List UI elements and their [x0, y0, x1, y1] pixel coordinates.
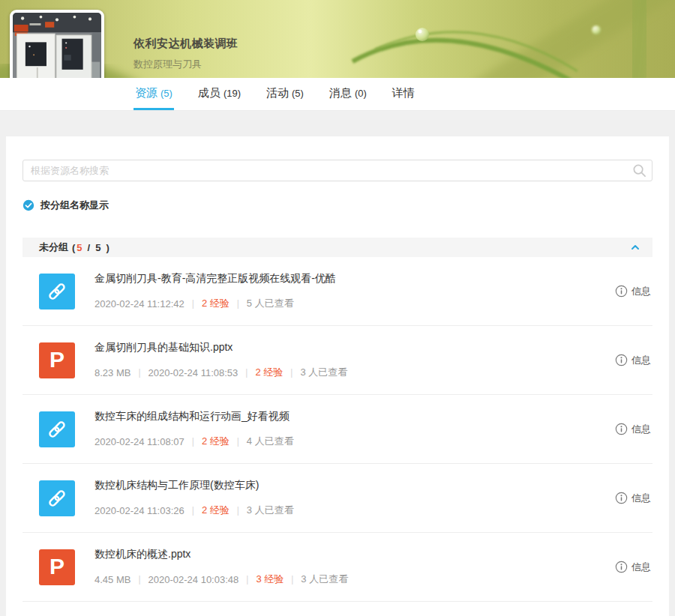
tab-resources-count: (5)	[160, 88, 172, 99]
resource-exp: 2 经验	[255, 366, 283, 379]
tab-resources[interactable]: 资源 (5)	[134, 78, 174, 110]
info-button[interactable]: 信息	[615, 492, 651, 505]
tab-members[interactable]: 成员 (19)	[196, 78, 242, 110]
group-paren-close: )	[106, 242, 110, 253]
group-count-slash: /	[88, 242, 92, 253]
tab-messages-label: 消息	[329, 86, 352, 100]
resource-date: 2020-02-24 11:12:42	[94, 298, 184, 309]
info-label: 信息	[632, 423, 651, 436]
class-avatar[interactable]	[10, 10, 104, 78]
resource-main: 数控车床的组成结构和运行动画_好看视频 | 2020-02-24 11:08:0…	[94, 410, 615, 448]
info-button[interactable]: 信息	[615, 285, 651, 298]
info-button[interactable]: 信息	[615, 354, 651, 367]
resource-row: P 数控机床的概述.pptx 4.45 MB | 2020-02-24 10:0…	[22, 533, 652, 602]
resource-title[interactable]: 数控机床结构与工作原理(数控车床)	[94, 479, 615, 492]
info-label: 信息	[632, 354, 651, 367]
check-circle-icon	[22, 199, 34, 211]
resource-list: 金属切削刀具-教育-高清完整正版视频在线观看-优酷 | 2020-02-24 1…	[22, 257, 652, 602]
link-icon[interactable]	[39, 274, 75, 309]
tab-activities-count: (5)	[292, 88, 304, 99]
group-header-ungrouped[interactable]: 未分组 ( 5 / 5 )	[22, 238, 652, 257]
meta-separator: |	[290, 367, 292, 378]
meta-separator: |	[192, 298, 194, 309]
info-label: 信息	[632, 492, 651, 505]
resource-views: 5 人已查看	[247, 297, 294, 310]
ppt-letter: P	[50, 555, 64, 579]
link-icon-glyph	[46, 280, 68, 303]
class-avatar-photo	[13, 13, 101, 78]
tab-resources-label: 资源	[135, 86, 158, 100]
tab-bar: 资源 (5) 成员 (19) 活动 (5) 消息 (0) 详情	[0, 78, 675, 111]
group-by-name-toggle[interactable]: 按分组名称显示	[22, 199, 652, 212]
meta-separator: |	[246, 574, 248, 585]
info-button[interactable]: 信息	[615, 423, 651, 436]
tab-members-label: 成员	[198, 86, 220, 100]
group-count-total: 5	[95, 242, 102, 253]
meta-separator: |	[138, 367, 140, 378]
tab-activities-label: 活动	[266, 86, 289, 100]
class-title: 依利安达机械装调班	[134, 37, 238, 51]
resource-meta: | 2020-02-24 11:03:26 | 2 经验 | 3 人已查看	[94, 504, 615, 517]
resource-meta: 4.45 MB | 2020-02-24 10:03:48 | 3 经验 | 3…	[94, 573, 615, 586]
resource-views: 4 人已查看	[247, 435, 294, 448]
resource-exp: 2 经验	[202, 504, 230, 517]
class-banner: 依利安达机械装调班 数控原理与刀具	[0, 0, 675, 78]
resource-title[interactable]: 数控车床的组成结构和运行动画_好看视频	[94, 410, 615, 423]
resource-views: 3 人已查看	[247, 504, 294, 517]
tab-messages[interactable]: 消息 (0)	[328, 78, 368, 110]
ppt-icon[interactable]: P	[39, 549, 75, 585]
resource-main: 数控机床的概述.pptx 4.45 MB | 2020-02-24 10:03:…	[94, 548, 615, 586]
info-icon	[615, 492, 628, 504]
search-box	[22, 160, 652, 181]
link-icon[interactable]	[39, 480, 75, 516]
resource-title[interactable]: 金属切削刀具-教育-高清完整正版视频在线观看-优酷	[94, 272, 615, 286]
ppt-letter: P	[50, 348, 64, 372]
link-icon-glyph	[46, 487, 68, 510]
resources-panel: 按分组名称显示 未分组 ( 5 / 5 ) 金属切削刀具-教育-高清完整正版视频…	[6, 136, 669, 616]
info-icon	[615, 561, 628, 573]
group-by-name-label: 按分组名称显示	[40, 199, 109, 212]
resource-row: 数控车床的组成结构和运行动画_好看视频 | 2020-02-24 11:08:0…	[22, 395, 652, 464]
resource-exp: 2 经验	[202, 297, 230, 310]
resource-title[interactable]: 数控机床的概述.pptx	[94, 548, 615, 561]
resource-date: 2020-02-24 11:08:53	[148, 367, 238, 378]
meta-separator: |	[237, 298, 239, 309]
info-label: 信息	[632, 561, 651, 574]
resource-exp: 3 经验	[256, 573, 284, 586]
meta-separator: |	[237, 505, 239, 516]
resource-meta: | 2020-02-24 11:12:42 | 2 经验 | 5 人已查看	[94, 297, 615, 310]
chevron-up-icon[interactable]	[630, 242, 640, 253]
tab-messages-count: (0)	[355, 88, 367, 99]
link-icon[interactable]	[39, 411, 75, 447]
resource-views: 3 人已查看	[300, 366, 347, 379]
resource-main: 金属切削刀具-教育-高清完整正版视频在线观看-优酷 | 2020-02-24 1…	[94, 272, 615, 310]
info-button[interactable]: 信息	[615, 561, 651, 574]
resource-size: 8.23 MB	[94, 367, 130, 378]
resource-meta: 8.23 MB | 2020-02-24 11:08:53 | 2 经验 | 3…	[94, 366, 615, 379]
tab-activities[interactable]: 活动 (5)	[265, 78, 305, 110]
info-icon	[615, 285, 628, 298]
group-name: 未分组	[39, 241, 68, 254]
info-icon	[615, 354, 628, 366]
resource-row: P 金属切削刀具的基础知识.pptx 8.23 MB | 2020-02-24 …	[22, 326, 652, 395]
resource-row: 金属切削刀具-教育-高清完整正版视频在线观看-优酷 | 2020-02-24 1…	[22, 257, 652, 326]
resource-date: 2020-02-24 11:08:07	[94, 436, 184, 447]
resource-meta: | 2020-02-24 11:08:07 | 2 经验 | 4 人已查看	[94, 435, 615, 448]
resource-main: 金属切削刀具的基础知识.pptx 8.23 MB | 2020-02-24 11…	[94, 341, 615, 379]
tab-details[interactable]: 详情	[391, 78, 416, 110]
group-count-shown: 5	[76, 242, 83, 253]
search-icon[interactable]	[632, 163, 646, 178]
resource-date: 2020-02-24 10:03:48	[148, 574, 239, 585]
meta-separator: |	[138, 574, 140, 585]
ppt-icon[interactable]: P	[39, 342, 75, 378]
search-input[interactable]	[22, 160, 652, 181]
info-label: 信息	[632, 285, 651, 298]
resource-title[interactable]: 金属切削刀具的基础知识.pptx	[94, 341, 615, 354]
class-subtitle: 数控原理与刀具	[134, 58, 238, 71]
meta-separator: |	[245, 367, 248, 378]
meta-separator: |	[291, 574, 293, 585]
meta-separator: |	[237, 436, 239, 447]
meta-separator: |	[192, 436, 194, 447]
meta-separator: |	[192, 505, 194, 516]
resource-date: 2020-02-24 11:03:26	[94, 505, 184, 516]
